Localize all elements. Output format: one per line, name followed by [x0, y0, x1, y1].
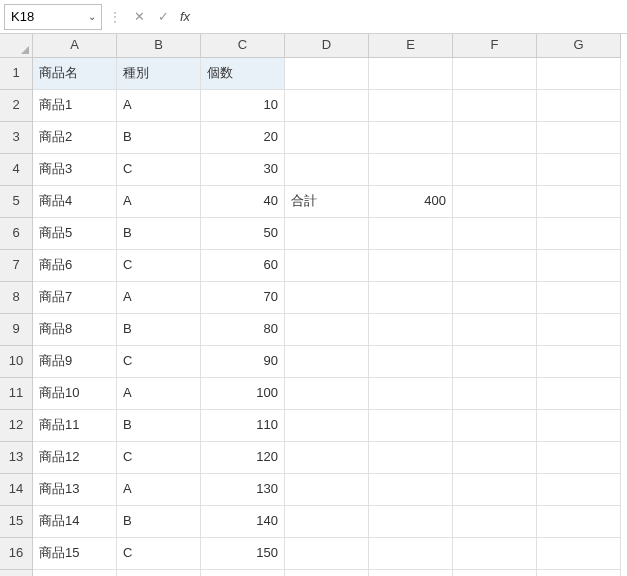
cell-B6[interactable]: B [117, 218, 201, 250]
cell-E2[interactable] [369, 90, 453, 122]
row-header-5[interactable]: 5 [0, 186, 33, 218]
row-header-10[interactable]: 10 [0, 346, 33, 378]
cell-G13[interactable] [537, 442, 621, 474]
cell-G1[interactable] [537, 58, 621, 90]
cell-G3[interactable] [537, 122, 621, 154]
cell-C3[interactable]: 20 [201, 122, 285, 154]
cell-E16[interactable] [369, 538, 453, 570]
cell-B17[interactable] [117, 570, 201, 576]
cell-E1[interactable] [369, 58, 453, 90]
cell-F17[interactable] [453, 570, 537, 576]
cell-E3[interactable] [369, 122, 453, 154]
cell-B16[interactable]: C [117, 538, 201, 570]
cancel-icon[interactable]: ✕ [128, 6, 150, 28]
chevron-down-icon[interactable]: ⌄ [83, 11, 101, 22]
cell-A13[interactable]: 商品12 [33, 442, 117, 474]
cell-C11[interactable]: 100 [201, 378, 285, 410]
cell-C14[interactable]: 130 [201, 474, 285, 506]
cell-A9[interactable]: 商品8 [33, 314, 117, 346]
cell-D4[interactable] [285, 154, 369, 186]
cell-D13[interactable] [285, 442, 369, 474]
cell-G16[interactable] [537, 538, 621, 570]
cell-G17[interactable] [537, 570, 621, 576]
cell-F2[interactable] [453, 90, 537, 122]
cell-G4[interactable] [537, 154, 621, 186]
cell-C7[interactable]: 60 [201, 250, 285, 282]
cell-D10[interactable] [285, 346, 369, 378]
cell-G6[interactable] [537, 218, 621, 250]
cell-C1[interactable]: 個数 [201, 58, 285, 90]
cell-E12[interactable] [369, 410, 453, 442]
row-header-13[interactable]: 13 [0, 442, 33, 474]
cell-B4[interactable]: C [117, 154, 201, 186]
cell-A10[interactable]: 商品9 [33, 346, 117, 378]
cell-F8[interactable] [453, 282, 537, 314]
cell-B13[interactable]: C [117, 442, 201, 474]
cell-E7[interactable] [369, 250, 453, 282]
cell-A3[interactable]: 商品2 [33, 122, 117, 154]
cell-D11[interactable] [285, 378, 369, 410]
cell-E8[interactable] [369, 282, 453, 314]
col-header-B[interactable]: B [117, 34, 201, 58]
cell-G5[interactable] [537, 186, 621, 218]
cell-G15[interactable] [537, 506, 621, 538]
cell-D17[interactable] [285, 570, 369, 576]
cell-G9[interactable] [537, 314, 621, 346]
cell-A5[interactable]: 商品4 [33, 186, 117, 218]
cell-B12[interactable]: B [117, 410, 201, 442]
col-header-C[interactable]: C [201, 34, 285, 58]
cell-B10[interactable]: C [117, 346, 201, 378]
cell-B3[interactable]: B [117, 122, 201, 154]
cell-C8[interactable]: 70 [201, 282, 285, 314]
row-header-8[interactable]: 8 [0, 282, 33, 314]
row-header-14[interactable]: 14 [0, 474, 33, 506]
cell-A1[interactable]: 商品名 [33, 58, 117, 90]
cell-F6[interactable] [453, 218, 537, 250]
cell-A14[interactable]: 商品13 [33, 474, 117, 506]
cell-F12[interactable] [453, 410, 537, 442]
cell-E6[interactable] [369, 218, 453, 250]
cell-D1[interactable] [285, 58, 369, 90]
cell-G7[interactable] [537, 250, 621, 282]
cell-F13[interactable] [453, 442, 537, 474]
cell-E17[interactable] [369, 570, 453, 576]
cell-A4[interactable]: 商品3 [33, 154, 117, 186]
cell-B1[interactable]: 種別 [117, 58, 201, 90]
row-header-17[interactable]: 17 [0, 570, 33, 576]
row-header-4[interactable]: 4 [0, 154, 33, 186]
cell-C15[interactable]: 140 [201, 506, 285, 538]
name-box-input[interactable] [5, 7, 83, 26]
cell-B9[interactable]: B [117, 314, 201, 346]
cell-D2[interactable] [285, 90, 369, 122]
cell-D9[interactable] [285, 314, 369, 346]
cell-E11[interactable] [369, 378, 453, 410]
row-header-12[interactable]: 12 [0, 410, 33, 442]
cell-B14[interactable]: A [117, 474, 201, 506]
col-header-A[interactable]: A [33, 34, 117, 58]
cell-B7[interactable]: C [117, 250, 201, 282]
col-header-E[interactable]: E [369, 34, 453, 58]
cell-A6[interactable]: 商品5 [33, 218, 117, 250]
cell-F10[interactable] [453, 346, 537, 378]
cell-C6[interactable]: 50 [201, 218, 285, 250]
cell-F16[interactable] [453, 538, 537, 570]
cell-A17[interactable] [33, 570, 117, 576]
row-header-6[interactable]: 6 [0, 218, 33, 250]
cell-A8[interactable]: 商品7 [33, 282, 117, 314]
cell-B2[interactable]: A [117, 90, 201, 122]
cell-B11[interactable]: A [117, 378, 201, 410]
row-header-7[interactable]: 7 [0, 250, 33, 282]
cell-E14[interactable] [369, 474, 453, 506]
row-header-1[interactable]: 1 [0, 58, 33, 90]
cell-G14[interactable] [537, 474, 621, 506]
cell-F7[interactable] [453, 250, 537, 282]
cell-D5[interactable]: 合計 [285, 186, 369, 218]
row-header-3[interactable]: 3 [0, 122, 33, 154]
cell-A15[interactable]: 商品14 [33, 506, 117, 538]
dots-icon[interactable]: ⋮ [106, 9, 124, 25]
cell-F14[interactable] [453, 474, 537, 506]
cell-C13[interactable]: 120 [201, 442, 285, 474]
cell-D7[interactable] [285, 250, 369, 282]
row-header-15[interactable]: 15 [0, 506, 33, 538]
cell-D16[interactable] [285, 538, 369, 570]
